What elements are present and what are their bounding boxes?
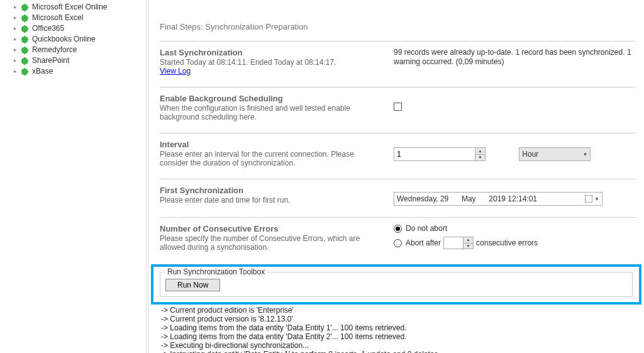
tree-item-xbase[interactable]: ▸ xBase [0, 66, 146, 77]
puzzle-icon [21, 35, 30, 44]
last-sync-title: Last Synchronization [160, 48, 381, 57]
interval-value[interactable] [394, 148, 475, 160]
puzzle-icon [21, 57, 30, 65]
chevron-right-icon: ▸ [14, 3, 20, 12]
section-interval: Interval Please enter an interval for th… [160, 133, 635, 179]
tree-item-label: Microsoft Excel Online [32, 3, 107, 12]
tree-item-label: Quickbooks Online [32, 35, 96, 44]
tree-item-quickbooks[interactable]: ▸ Quickbooks Online [0, 34, 146, 45]
tree-item-label: SharePoint [32, 56, 69, 65]
tree-item-remedyforce[interactable]: ▸ Remedyforce [0, 45, 146, 55]
chevron-right-icon: ▸ [14, 56, 20, 65]
tree-item-office365[interactable]: ▸ Office365 [0, 23, 146, 34]
first-sync-datetime[interactable]: Wednesday, 29 May 2019 12:14:01 ▼ [394, 192, 602, 206]
abort-after-input[interactable]: ▲ ▼ [443, 237, 474, 249]
first-sync-desc: Please enter date and time for first run… [160, 196, 381, 205]
run-toolbox-fieldset: Run Synchronization Toolbox Run Now [160, 272, 633, 297]
tree-item-label: Remedyforce [32, 45, 77, 55]
interval-unit-combo[interactable]: Hour ▼ [519, 147, 591, 161]
view-log-link[interactable]: View Log [160, 67, 191, 76]
chevron-down-icon[interactable]: ▼ [594, 196, 599, 202]
radio-abort-after-suffix: consecutive errors [476, 238, 538, 247]
bg-sched-title: Enable Background Scheduling [160, 94, 381, 103]
errors-desc: Please specify the number of Consecutive… [160, 234, 381, 252]
errors-title: Number of Consecutive Errors [160, 224, 381, 233]
puzzle-icon [21, 3, 30, 12]
puzzle-icon [21, 46, 30, 55]
spinner-up-icon[interactable]: ▲ [464, 237, 473, 244]
section-bg-scheduling: Enable Background Scheduling When the co… [160, 87, 635, 133]
radio-do-not-abort[interactable] [394, 225, 402, 233]
tree-item-label: Office365 [32, 24, 64, 33]
spinner-up-icon[interactable]: ▲ [475, 148, 485, 155]
first-sync-title: First Synchronization [160, 186, 381, 195]
spinner-down-icon[interactable]: ▼ [475, 155, 485, 161]
last-sync-desc: Started Today at 08:14:11. Ended Today a… [160, 58, 381, 67]
chevron-right-icon: ▸ [14, 67, 20, 76]
tree-item-excel-online[interactable]: ▸ Microsoft Excel Online [0, 2, 146, 13]
log-output: -> Current product edition is 'Enterpris… [157, 305, 635, 353]
puzzle-icon [21, 25, 30, 33]
tree-item-label: Microsoft Excel [32, 13, 83, 23]
tree-item-sharepoint[interactable]: ▸ SharePoint [0, 55, 146, 66]
radio-abort-after[interactable] [394, 239, 402, 247]
spinner-down-icon[interactable]: ▼ [464, 244, 473, 249]
radio-do-not-abort-label: Do not abort [406, 224, 447, 233]
last-sync-status: 99 records were already up-to-date. 1 re… [394, 48, 635, 67]
interval-title: Interval [160, 140, 381, 149]
main-panel: Final Steps: Synchronization Preparation… [148, 0, 644, 353]
highlight-box: Run Synchronization Toolbox Run Now [151, 264, 641, 305]
bg-sched-checkbox[interactable] [394, 103, 402, 111]
bg-sched-desc: When the configuration is finished and w… [160, 104, 381, 121]
tree-item-excel[interactable]: ▸ Microsoft Excel [0, 13, 146, 23]
section-first-sync: First Synchronization Please enter date … [160, 179, 635, 217]
radio-abort-after-prefix: Abort after [406, 238, 441, 247]
interval-desc: Please enter an interval for the current… [160, 150, 381, 167]
puzzle-icon [21, 67, 30, 76]
run-now-button[interactable]: Run Now [165, 279, 220, 291]
chevron-right-icon: ▸ [14, 24, 20, 33]
puzzle-icon [21, 14, 30, 23]
run-toolbox-legend: Run Synchronization Toolbox [165, 267, 267, 276]
datetime-text: Wednesday, 29 May 2019 12:14:01 [397, 194, 540, 203]
sidebar: ▸ Microsoft Excel Online ▸ Microsoft Exc… [0, 0, 146, 353]
section-consecutive-errors: Number of Consecutive Errors Please spec… [160, 217, 635, 264]
interval-unit-label: Hour [522, 150, 538, 159]
chevron-right-icon: ▸ [14, 13, 20, 23]
section-last-sync: Last Synchronization Started Today at 08… [160, 41, 635, 87]
chevron-right-icon: ▸ [14, 35, 20, 44]
chevron-down-icon: ▼ [582, 152, 587, 157]
tree-item-label: xBase [32, 67, 53, 76]
chevron-right-icon: ▸ [14, 45, 20, 55]
page-title: Final Steps: Synchronization Preparation [160, 0, 635, 41]
interval-input[interactable]: ▲ ▼ [394, 147, 486, 161]
calendar-icon[interactable] [585, 195, 592, 203]
